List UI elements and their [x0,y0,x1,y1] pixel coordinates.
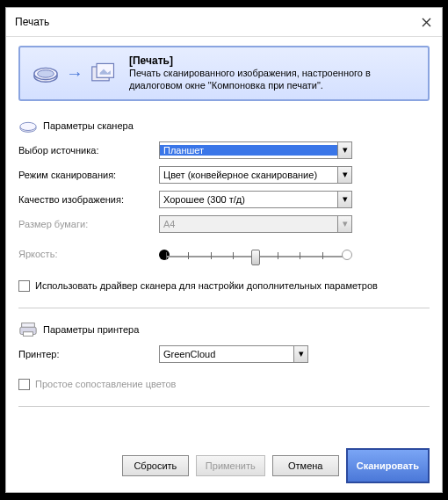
printer-label: Принтер: [18,349,159,359]
close-button[interactable] [419,15,433,29]
titlebar: Печать [6,8,442,37]
source-combo[interactable]: Планшет ▾ [159,141,352,159]
chevron-down-icon: ▾ [337,167,351,183]
scan-mode-combo[interactable]: Цвет (конвейерное сканирование) ▾ [159,166,352,184]
printer-icon [18,321,38,338]
scanner-section-header: Параметры сканера [18,117,430,134]
brightness-label: Яркость: [18,249,159,259]
svg-point-2 [38,70,54,77]
hero-desc: Печать сканированного изображения, настр… [129,67,415,92]
svg-rect-9 [24,331,33,336]
paper-size-label: Размер бумаги: [18,219,159,229]
scan-button[interactable]: Сканировать [346,448,430,483]
reset-button[interactable]: Сбросить [122,455,189,476]
close-icon [422,18,431,27]
scanner-icon [33,62,59,84]
dialog-content: → [Печать] Печать сканированного изображ… [6,37,442,492]
cancel-button[interactable]: Отмена [272,455,339,476]
brightness-slider[interactable] [159,243,352,264]
paper-size-combo: A4 ▾ [159,215,352,233]
hero-icons: → [33,62,117,84]
scan-mode-value: Цвет (конвейерное сканирование) [160,170,337,180]
quality-label: Качество изображения: [18,194,159,205]
quality-combo[interactable]: Хорошее (300 т/д) ▾ [159,191,352,208]
chevron-down-icon: ▾ [337,192,351,207]
simple-match-label: Простое сопоставление цветов [35,379,176,389]
arrow-icon: → [66,63,83,83]
simple-match-checkbox-row: Простое сопоставление цветов [18,379,430,390]
hero-title: [Печать] [129,54,415,67]
chevron-down-icon: ▾ [293,346,307,362]
scanner-small-icon [18,117,38,134]
chevron-down-icon: ▾ [337,216,351,232]
apply-button: Применить [196,455,265,476]
svg-rect-4 [97,64,113,78]
printer-section-header: Параметры принтера [18,321,430,338]
chevron-down-icon: ▾ [337,142,351,158]
window-title: Печать [15,16,49,28]
photos-icon [90,62,117,84]
slider-thumb[interactable] [251,250,260,265]
paper-size-value: A4 [160,219,337,229]
quality-value: Хорошее (300 т/д) [160,194,337,205]
printer-combo[interactable]: GreenCloud ▾ [159,345,308,363]
printer-value: GreenCloud [160,349,293,359]
source-label: Выбор источника: [18,145,159,156]
source-value: Планшет [160,145,337,156]
brightness-max-icon [342,250,352,260]
divider [18,308,430,308]
printer-section-label: Параметры принтера [43,324,139,335]
svg-point-6 [20,122,36,130]
use-driver-checkbox[interactable] [18,280,30,292]
hero-text: [Печать] Печать сканированного изображен… [129,54,415,92]
scanner-section-label: Параметры сканера [43,120,134,131]
simple-match-checkbox [18,379,30,390]
use-driver-checkbox-row[interactable]: Использовать драйвер сканера для настрой… [18,280,430,292]
use-driver-label: Использовать драйвер сканера для настрой… [35,280,378,291]
scan-mode-label: Режим сканирования: [18,170,159,180]
hero-banner: → [Печать] Печать сканированного изображ… [18,46,430,101]
print-dialog: Печать → [Печать] Печать сканированного … [5,7,443,493]
footer-buttons: Сбросить Применить Отмена Сканировать [18,439,430,483]
divider [18,406,430,407]
